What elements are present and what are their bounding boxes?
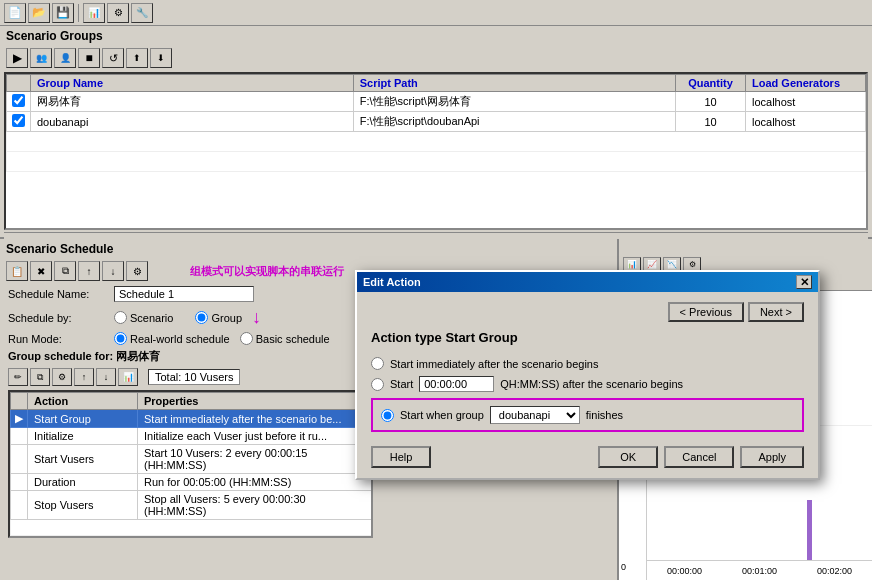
col-quantity-header[interactable]: Quantity: [676, 75, 746, 92]
dialog-option-1-row: Start immediately after the scenario beg…: [371, 357, 804, 370]
row2-qty: 10: [676, 112, 746, 132]
sg-users1-btn[interactable]: 👥: [30, 48, 52, 68]
action-row-1[interactable]: Initialize Initialize each Vuser just be…: [11, 428, 374, 445]
action-row1-action: Initialize: [28, 428, 138, 445]
run-mode-realworld[interactable]: Real-world schedule: [114, 332, 230, 345]
ga-btn5[interactable]: ↓: [96, 368, 116, 386]
action-row0-props: Start immediately after the scenario be.…: [138, 410, 374, 428]
toolbar-btn-open[interactable]: 📂: [28, 3, 50, 23]
dialog-apply-button[interactable]: Apply: [740, 446, 804, 468]
schedule-name-label: Schedule Name:: [8, 288, 108, 300]
table-row[interactable]: doubanapi F:\性能\script\doubanApi 10 loca…: [7, 112, 866, 132]
actions-col-action[interactable]: Action: [28, 393, 138, 410]
dialog-opt1-label: Start immediately after the scenario beg…: [390, 358, 599, 370]
ss-btn-new[interactable]: 📋: [6, 261, 28, 281]
actions-col-properties[interactable]: Properties: [138, 393, 374, 410]
dialog-ok-button[interactable]: OK: [598, 446, 658, 468]
dialog-footer: Help OK Cancel Apply: [371, 446, 804, 468]
dialog-section-title: Action type Start Group: [371, 330, 804, 345]
ss-btn-settings[interactable]: ⚙: [126, 261, 148, 281]
row1-check[interactable]: [7, 92, 31, 112]
row2-check[interactable]: [7, 112, 31, 132]
dialog-title: Edit Action: [363, 276, 421, 288]
toolbar-btn-opt1[interactable]: ⚙: [107, 3, 129, 23]
action-row-empty: [11, 520, 374, 536]
annotation-text: 组模式可以实现脚本的串联运行: [190, 264, 344, 279]
toolbar-btn-export[interactable]: 📊: [83, 3, 105, 23]
toolbar-btn-save[interactable]: 💾: [52, 3, 74, 23]
ss-btn-up[interactable]: ↑: [78, 261, 100, 281]
sg-load-btn[interactable]: ⬆: [126, 48, 148, 68]
dialog-opt2-unit: QH:MM:SS) after the scenario begins: [500, 378, 683, 390]
sg-play-btn[interactable]: ▶: [6, 48, 28, 68]
ga-btn2[interactable]: ⧉: [30, 368, 50, 386]
annotation-arrow: ↓: [252, 307, 261, 328]
dialog-opt3-suffix: finishes: [586, 409, 623, 421]
sg-settings-btn[interactable]: ⬇: [150, 48, 172, 68]
actions-table: Action Properties ▶ Start Group Start im…: [10, 392, 373, 536]
scenario-groups-table: Group Name Script Path Quantity Load Gen…: [6, 74, 866, 172]
dialog-option-2-row: Start QH:MM:SS) after the scenario begin…: [371, 376, 804, 392]
sg-users2-btn[interactable]: 👤: [54, 48, 76, 68]
sg-stop-btn[interactable]: ■: [78, 48, 100, 68]
dialog-help-button[interactable]: Help: [371, 446, 431, 468]
dialog-footer-right: OK Cancel Apply: [598, 446, 804, 468]
dialog-option-3-box: Start when group doubanapi finishes: [371, 398, 804, 432]
action-row-4[interactable]: Stop Vusers Stop all Vusers: 5 every 00:…: [11, 491, 374, 520]
ss-btn-copy[interactable]: ⧉: [54, 261, 76, 281]
schedule-name-input[interactable]: [114, 286, 254, 302]
dialog-opt2-label: Start: [390, 378, 413, 390]
toolbar-btn-opt2[interactable]: 🔧: [131, 3, 153, 23]
schedule-by-group[interactable]: Group: [195, 311, 242, 324]
table-row-empty: [7, 152, 866, 172]
dialog-close-button[interactable]: ✕: [796, 275, 812, 289]
edit-action-dialog: Edit Action ✕ < Previous Next > Action t…: [355, 270, 820, 480]
action-row1-arrow: [11, 428, 28, 445]
toolbar-btn-new[interactable]: 📄: [4, 3, 26, 23]
col-scriptpath-header[interactable]: Script Path: [353, 75, 675, 92]
action-row1-props: Initialize each Vuser just before it ru.…: [138, 428, 374, 445]
scenario-groups-table-container: Group Name Script Path Quantity Load Gen…: [4, 72, 868, 230]
ga-btn1[interactable]: ✏: [8, 368, 28, 386]
dialog-time-input[interactable]: [419, 376, 494, 392]
action-row4-props: Stop all Vusers: 5 every 00:00:30 (HH:MM…: [138, 491, 374, 520]
table-row-empty: [7, 132, 866, 152]
ga-btn3[interactable]: ⚙: [52, 368, 72, 386]
row1-lg: localhost: [746, 92, 866, 112]
dialog-group-select[interactable]: doubanapi: [490, 406, 580, 424]
dialog-opt3-label: Start when group: [400, 409, 484, 421]
row2-lg: localhost: [746, 112, 866, 132]
chart-bar-purple: [807, 500, 812, 560]
table-row[interactable]: 网易体育 F:\性能\script\网易体育 10 localhost: [7, 92, 866, 112]
action-row0-arrow: ▶: [11, 410, 28, 428]
row1-qty: 10: [676, 92, 746, 112]
schedule-by-scenario[interactable]: Scenario: [114, 311, 173, 324]
run-mode-basic[interactable]: Basic schedule: [240, 332, 330, 345]
ga-btn4[interactable]: ↑: [74, 368, 94, 386]
dialog-radio-opt3[interactable]: [381, 409, 394, 422]
scenario-groups-title: Scenario Groups: [0, 26, 872, 46]
ss-btn-down[interactable]: ↓: [102, 261, 124, 281]
group-name-label: 网易体育: [116, 350, 160, 362]
schedule-by-label: Schedule by:: [8, 312, 108, 324]
action-row-3[interactable]: Duration Run for 00:05:00 (HH:MM:SS): [11, 474, 374, 491]
action-row-2[interactable]: Start Vusers Start 10 Vusers: 2 every 00…: [11, 445, 374, 474]
col-groupname-header[interactable]: Group Name: [31, 75, 354, 92]
action-row-0[interactable]: ▶ Start Group Start immediately after th…: [11, 410, 374, 428]
dialog-titlebar: Edit Action ✕: [357, 272, 818, 292]
sg-refresh-btn[interactable]: ↺: [102, 48, 124, 68]
dialog-radio-opt1[interactable]: [371, 357, 384, 370]
dialog-prev-button[interactable]: < Previous: [668, 302, 744, 322]
dialog-cancel-button[interactable]: Cancel: [664, 446, 734, 468]
dialog-next-button[interactable]: Next >: [748, 302, 804, 322]
action-row3-props: Run for 00:05:00 (HH:MM:SS): [138, 474, 374, 491]
action-row4-arrow: [11, 491, 28, 520]
ss-btn-delete[interactable]: ✖: [30, 261, 52, 281]
action-row0-action: Start Group: [28, 410, 138, 428]
col-loadgen-header[interactable]: Load Generators: [746, 75, 866, 92]
dialog-radio-opt2[interactable]: [371, 378, 384, 391]
actions-col-arrow: [11, 393, 28, 410]
top-toolbar: 📄 📂 💾 📊 ⚙ 🔧: [0, 0, 872, 26]
col-check-header: [7, 75, 31, 92]
ga-btn6[interactable]: 📊: [118, 368, 138, 386]
